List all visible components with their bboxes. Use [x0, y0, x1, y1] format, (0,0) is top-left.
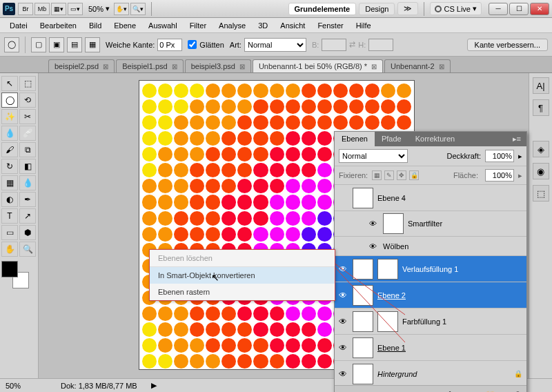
zoom-tool-button[interactable]: 🔍▾: [130, 3, 146, 15]
layer-mask-thumbnail[interactable]: [377, 311, 398, 332]
visibility-icon[interactable]: 👁: [339, 317, 348, 326]
screen-mode-button[interactable]: ▭▾: [68, 3, 83, 15]
close-button[interactable]: ✕: [530, 3, 549, 15]
add-selection-icon[interactable]: ▣: [49, 37, 64, 52]
move-tool[interactable]: ↖: [1, 76, 18, 91]
eyedropper-tool[interactable]: 💧: [1, 126, 18, 141]
color-swatch[interactable]: [1, 261, 29, 288]
blend-mode-select[interactable]: Normal: [339, 149, 408, 163]
stamp-tool[interactable]: ⧉: [19, 142, 36, 157]
layer-row[interactable]: Ebene 4: [335, 185, 526, 211]
ctx-convert-smartobject[interactable]: In Smart-Objekt konvertieren: [150, 267, 335, 284]
tab-korrekturen[interactable]: Korrekturen: [408, 132, 462, 146]
intersect-selection-icon[interactable]: ▦: [85, 37, 100, 52]
foreground-color[interactable]: [1, 261, 18, 277]
document-tab[interactable]: Beispiel1.psd⊠: [116, 59, 183, 72]
shape-tool[interactable]: ▭: [1, 225, 18, 240]
document-tab[interactable]: Unbenannt-1 bei 50% (RGB/8) *⊠: [253, 59, 383, 72]
pen-tool[interactable]: ✒: [19, 192, 36, 207]
type-tool[interactable]: T: [1, 208, 18, 224]
document-tab[interactable]: beispiel2.psd⊠: [48, 59, 115, 72]
layer-thumbnail[interactable]: [353, 364, 373, 384]
wand-tool[interactable]: ✨: [1, 109, 18, 124]
layer-name[interactable]: Verlaufsfüllung 1: [402, 265, 522, 273]
layer-name[interactable]: Farbfüllung 1: [402, 317, 522, 326]
menu-datei[interactable]: Datei: [4, 20, 33, 31]
link-layers-icon[interactable]: ⬭: [436, 390, 443, 393]
ctx-rasterize-layers[interactable]: Ebenen rastern: [150, 284, 335, 300]
layer-name[interactable]: Ebene 2: [377, 291, 522, 300]
feather-input[interactable]: [157, 39, 182, 51]
minimize-button[interactable]: ─: [489, 3, 508, 15]
layer-row[interactable]: 👁Ebene 2: [335, 282, 526, 308]
workspace-more[interactable]: ≫: [397, 2, 418, 15]
document-tab[interactable]: beispiel3.psd⊠: [185, 59, 251, 72]
panel-menu-icon[interactable]: ▸≡: [507, 132, 526, 146]
crop-tool[interactable]: ✂: [19, 109, 36, 124]
zoom-tool[interactable]: 🔍: [19, 242, 36, 257]
eraser-tool[interactable]: ◧: [19, 159, 36, 174]
opacity-input[interactable]: [485, 150, 514, 162]
blur-tool[interactable]: 💧: [19, 175, 36, 190]
brush-tool[interactable]: 🖌: [1, 142, 18, 157]
status-arrow-icon[interactable]: ▶: [151, 381, 157, 390]
layer-fx-icon[interactable]: fx: [448, 390, 455, 393]
panel-icon-paths[interactable]: ⬚: [533, 185, 549, 202]
menu-fenster[interactable]: Fenster: [312, 20, 348, 31]
dropdown-icon[interactable]: ▸: [518, 152, 522, 161]
menu-bild[interactable]: Bild: [83, 20, 107, 31]
close-icon[interactable]: ⊠: [371, 63, 377, 70]
layer-name[interactable]: Hintergrund: [377, 370, 510, 378]
panel-icon-paragraph[interactable]: ¶: [533, 99, 549, 116]
close-icon[interactable]: ⊠: [172, 63, 177, 70]
layer-thumbnail[interactable]: [353, 188, 373, 208]
history-brush-tool[interactable]: ↻: [1, 159, 18, 174]
bridge-button[interactable]: Br: [18, 3, 33, 15]
antialias-checkbox[interactable]: [188, 40, 197, 49]
maximize-button[interactable]: ☐: [509, 3, 529, 15]
menu-auswahl[interactable]: Auswahl: [143, 20, 183, 31]
lock-pixels-icon[interactable]: ✎: [384, 170, 394, 180]
layer-name[interactable]: Ebene 4: [377, 194, 522, 202]
delete-layer-icon[interactable]: 🗑: [514, 390, 522, 393]
document-tab[interactable]: Unbenannt-2⊠: [384, 59, 451, 72]
layer-mask-thumbnail[interactable]: [377, 259, 398, 280]
new-selection-icon[interactable]: ▢: [31, 37, 46, 52]
layer-thumbnail[interactable]: [353, 259, 373, 280]
hand-button[interactable]: ✋▾: [114, 3, 129, 15]
ctx-delete-layers[interactable]: Ebenen löschen: [150, 250, 335, 267]
panel-icon-layers[interactable]: ◈: [533, 141, 549, 157]
layer-name[interactable]: Wölben: [383, 242, 522, 251]
layer-thumbnail[interactable]: [353, 285, 373, 306]
heal-tool[interactable]: 🩹: [19, 126, 36, 141]
status-zoom[interactable]: 50%: [6, 382, 47, 390]
lock-all-icon[interactable]: 🔒: [409, 170, 419, 180]
layer-row[interactable]: 👁Wölben: [335, 237, 526, 256]
adjustment-layer-icon[interactable]: ◑: [473, 390, 480, 393]
visibility-icon[interactable]: 👁: [339, 369, 348, 379]
tool-preset-icon[interactable]: ◯: [4, 37, 19, 52]
layer-row[interactable]: 👁Ebene 1: [335, 335, 526, 361]
panel-icon-a[interactable]: A|: [533, 77, 549, 94]
close-icon[interactable]: ⊠: [439, 63, 444, 70]
hand-tool[interactable]: ✋: [1, 242, 18, 257]
layer-thumbnail[interactable]: [353, 337, 373, 358]
layer-name[interactable]: Smartfilter: [408, 219, 522, 228]
cs-live-button[interactable]: CS Live ▾: [430, 2, 482, 15]
ellipse-marquee-tool[interactable]: ◯: [1, 92, 18, 108]
workspace-grundelemente[interactable]: Grundelemente: [288, 3, 357, 15]
layer-row[interactable]: 👁Hintergrund🔒: [335, 361, 526, 385]
group-icon[interactable]: 📁: [485, 390, 495, 393]
visibility-icon[interactable]: 👁: [369, 242, 379, 251]
minibridge-button[interactable]: Mb: [34, 3, 50, 15]
tab-ebenen[interactable]: Ebenen: [335, 132, 375, 146]
lasso-tool[interactable]: ⟲: [19, 92, 36, 108]
layer-thumbnail[interactable]: [353, 311, 373, 332]
layer-row[interactable]: 👁Verlaufsfüllung 1: [335, 256, 526, 282]
visibility-icon[interactable]: 👁: [339, 343, 348, 353]
workspace-design[interactable]: Design: [359, 3, 395, 15]
zoom-selector[interactable]: 50% ▾: [88, 4, 110, 13]
menu-ebene[interactable]: Ebene: [108, 20, 141, 31]
layer-name[interactable]: Ebene 1: [377, 344, 522, 352]
status-doc-size[interactable]: Dok: 1,83 MB/8,77 MB: [61, 382, 137, 390]
